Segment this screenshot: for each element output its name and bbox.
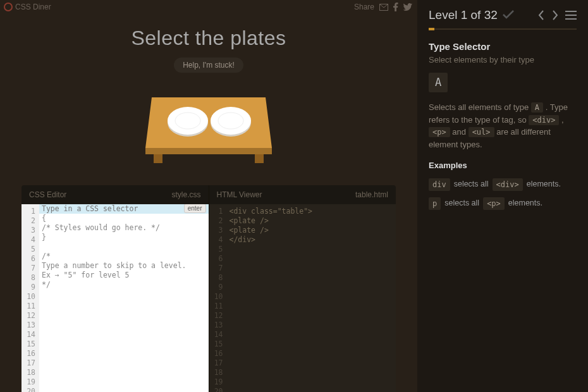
svg-rect-4 — [154, 154, 162, 163]
example-row: divselects all<div>elements. — [429, 178, 577, 191]
table-scene — [0, 88, 417, 170]
enter-button[interactable]: enter — [184, 204, 206, 213]
selector-subtitle: Select elements by their type — [429, 54, 577, 66]
level-progress — [429, 28, 577, 30]
css-code-area[interactable]: enter {/* Styles would go here. */} /*Ty… — [39, 204, 209, 392]
brand[interactable]: CSS Diner — [0, 3, 51, 11]
brand-label: CSS Diner — [15, 3, 51, 11]
css-line-gutter: 1234567891011121314151617181920 — [21, 204, 39, 392]
page-title: Select the plates — [0, 27, 417, 50]
html-line-gutter: 1234567891011121314151617181920 — [209, 204, 227, 392]
editor-headers: CSS Editor style.css HTML Viewer table.h… — [21, 185, 396, 204]
selector-title: Type Selector — [429, 40, 577, 54]
code-tag: <div> — [529, 115, 559, 125]
code-tag: <ul> — [469, 127, 494, 137]
code-tag: <div> — [493, 178, 523, 191]
examples-heading: Examples — [429, 159, 577, 172]
level-check-icon — [503, 6, 514, 25]
sidebar: Level 1 of 32 Type Selector Select eleme… — [417, 0, 588, 392]
top-bar: CSS Diner Share — [0, 0, 417, 14]
level-header: Level 1 of 32 — [429, 6, 577, 25]
svg-marker-2 — [145, 97, 272, 148]
css-editor-filename: style.css — [171, 190, 200, 199]
html-viewer-title: HTML Viewer — [217, 190, 262, 199]
svg-point-7 — [168, 107, 208, 135]
help-button[interactable]: Help, I'm stuck! — [174, 58, 243, 73]
html-viewer-filename: table.html — [355, 190, 388, 199]
svg-point-0 — [4, 3, 12, 11]
code-tag: <p> — [429, 127, 450, 137]
prev-level-icon[interactable] — [537, 9, 545, 21]
main-area: CSS Diner Share Select the plates Help, … — [0, 0, 417, 392]
next-level-icon[interactable] — [551, 9, 559, 21]
twitter-icon[interactable] — [403, 3, 412, 11]
share-group: Share — [354, 3, 412, 11]
selector-input[interactable] — [42, 204, 157, 213]
selector-description: Selects all elements of type A . Type re… — [429, 101, 577, 150]
code-tag: A — [531, 102, 543, 113]
table-illustration — [142, 88, 275, 170]
menu-icon[interactable] — [565, 11, 577, 20]
examples-list: divselects all<div>elements.pselects all… — [429, 178, 577, 210]
editor-panes: 1234567891011121314151617181920 enter {/… — [21, 204, 396, 392]
facebook-icon[interactable] — [393, 3, 398, 11]
level-label: Level 1 of 32 — [429, 6, 498, 25]
svg-point-10 — [211, 107, 251, 135]
css-editor-pane: 1234567891011121314151617181920 enter {/… — [21, 204, 209, 392]
css-editor-header: CSS Editor style.css — [21, 185, 209, 204]
mail-icon[interactable] — [379, 4, 388, 11]
svg-rect-3 — [145, 148, 272, 154]
editor-container: CSS Editor style.css HTML Viewer table.h… — [21, 185, 396, 392]
example-row: pselects all<p>elements. — [429, 197, 577, 210]
code-tag: div — [429, 178, 450, 191]
code-tag: p — [429, 197, 441, 210]
html-viewer-pane: 1234567891011121314151617181920 <div cla… — [209, 204, 396, 392]
code-tag: <p> — [483, 197, 505, 210]
svg-rect-5 — [255, 154, 264, 163]
logo-icon — [4, 3, 13, 11]
css-editor-title: CSS Editor — [29, 190, 66, 199]
share-label: Share — [354, 3, 374, 11]
html-code-area: <div class="table"> <plate /> <plate /><… — [227, 204, 396, 392]
selector-syntax: A — [429, 73, 448, 93]
html-viewer-header: HTML Viewer table.html — [209, 185, 396, 204]
